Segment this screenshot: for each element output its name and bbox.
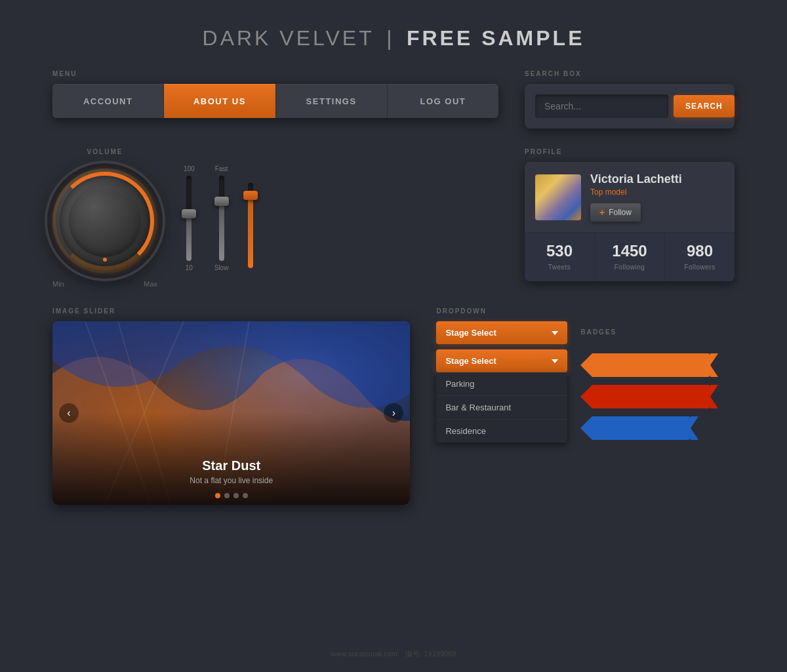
slider-3-track[interactable]: [248, 183, 253, 268]
dropdown-2-button[interactable]: Stage Select: [436, 349, 567, 372]
volume-labels: Min Max: [52, 280, 157, 288]
stat-followers-number: 980: [670, 242, 729, 260]
volume-knob[interactable]: [52, 168, 157, 273]
stat-followers: 980 Followers: [665, 233, 735, 281]
knob-dot: [103, 258, 107, 262]
menu-item-settings[interactable]: SETTINGS: [276, 84, 388, 118]
dropdown-item-bar[interactable]: Bar & Restaurant: [436, 396, 567, 420]
search-button[interactable]: SEARCH: [674, 95, 735, 117]
badge-orange-notch: [580, 353, 592, 377]
menu-item-about[interactable]: ABOUT US: [164, 84, 275, 118]
dropdown-2-arrow-icon: [552, 359, 558, 363]
slider-dot-3[interactable]: [233, 493, 239, 498]
menu-section: MENU ACCOUNT ABOUT US SETTINGS LOG OUT: [52, 70, 498, 118]
slider-2-bottom: Slow: [214, 264, 229, 271]
stat-tweets: 530 Tweets: [525, 233, 595, 281]
slider-2-wrapper: Fast Slow: [214, 165, 229, 271]
badge-red-tail-icon: [710, 385, 718, 408]
slider-dot-4[interactable]: [243, 493, 248, 498]
badge-blue-notch: [580, 416, 592, 440]
title-bold: FREE SAMPLE: [407, 26, 585, 50]
title-normal: DARK VELVET: [203, 26, 374, 50]
slider-1-track[interactable]: [186, 176, 192, 261]
dropdown-label: DROPDOWN: [436, 307, 567, 315]
slider-1-wrapper: 100 10: [184, 165, 195, 271]
menu-item-account[interactable]: ACCOUNT: [52, 84, 164, 118]
right-bottom: DROPDOWN Stage Select Stage Select: [436, 307, 735, 448]
volume-knob-container[interactable]: [52, 168, 157, 273]
volume-ring: [56, 172, 154, 270]
image-slider-label: IMAGE SLIDER: [52, 307, 410, 315]
title-separator: |: [386, 26, 394, 50]
slider-dot-1[interactable]: [215, 493, 220, 498]
slider-caption: Star Dust Not a flat you live inside: [52, 458, 410, 485]
dropdown-item-parking[interactable]: Parking: [436, 372, 567, 396]
slider-prev-button[interactable]: ‹: [59, 403, 79, 423]
profile-details: Victoria Lachetti Top model + Follow: [590, 172, 724, 222]
volume-section: VOLUME Min Max: [52, 148, 157, 288]
stat-tweets-number: 530: [530, 242, 589, 260]
slider-dot-2[interactable]: [224, 493, 230, 498]
dropdown-1-arrow-icon: [552, 331, 558, 335]
menu-item-logout[interactable]: LOG OUT: [388, 84, 498, 118]
badges-label: BADGES: [580, 328, 735, 336]
badges-section: BADGES: [580, 307, 735, 448]
follow-button[interactable]: + Follow: [590, 203, 641, 222]
badge-red-notch: [580, 385, 592, 408]
menu-label: MENU: [52, 70, 498, 77]
stat-followers-label: Followers: [684, 264, 715, 271]
profile-card: Victoria Lachetti Top model + Follow 530…: [525, 162, 735, 281]
dropdown-1-button[interactable]: Stage Select: [436, 321, 567, 344]
slider-subtitle: Not a flat you live inside: [52, 476, 410, 485]
search-input[interactable]: [535, 94, 668, 118]
follow-label: Follow: [609, 208, 632, 217]
dropdown-1-label: Stage Select: [445, 328, 496, 338]
slider-next-button[interactable]: ›: [384, 403, 403, 423]
stat-following-number: 1450: [600, 242, 659, 260]
slider-dots: [52, 493, 410, 498]
stat-tweets-label: Tweets: [548, 264, 571, 271]
profile-name: Victoria Lachetti: [590, 172, 724, 186]
dropdown-2-label: Stage Select: [445, 356, 496, 366]
badge-orange-body: [592, 353, 710, 377]
avatar: [535, 174, 581, 220]
search-section: SEARCH BOX SEARCH: [525, 70, 735, 128]
menu-bar: ACCOUNT ABOUT US SETTINGS LOG OUT: [52, 84, 498, 118]
profile-stats: 530 Tweets 1450 Following 980 Followers: [525, 232, 735, 281]
follow-plus-icon: +: [599, 207, 605, 218]
search-row: SEARCH: [535, 94, 724, 118]
dropdown-2-menu: Parking Bar & Restaurant Residence: [436, 372, 567, 443]
badge-orange: [580, 353, 735, 377]
row-middle: VOLUME Min Max 100: [52, 148, 735, 288]
profile-info: Victoria Lachetti Top model + Follow: [525, 162, 735, 232]
badge-blue-tail-icon: [691, 416, 698, 440]
row-top: MENU ACCOUNT ABOUT US SETTINGS LOG OUT S…: [52, 70, 735, 128]
slider-3-wrapper: [248, 180, 253, 271]
slider-2-top: Fast: [215, 165, 228, 172]
profile-role: Top model: [590, 188, 724, 197]
image-slider-section: IMAGE SLIDER: [52, 307, 410, 505]
sliders-section: 100 10 Fast Slow: [184, 165, 253, 271]
dropdown-1-wrapper: Stage Select: [436, 321, 567, 344]
slider-title: Star Dust: [52, 458, 410, 473]
badge-red-body: [592, 385, 710, 408]
image-slider: ‹ › Star Dust Not a flat you live inside: [52, 321, 410, 505]
badge-blue: [580, 416, 735, 440]
page-header: DARK VELVET | FREE SAMPLE: [0, 0, 787, 70]
badge-red: [580, 385, 735, 408]
stat-following: 1450 Following: [595, 233, 665, 281]
badge-orange-tail-icon: [710, 353, 718, 377]
watermark: www.sucaisucai.com 编号: 14199069: [331, 649, 456, 659]
search-label: SEARCH BOX: [525, 70, 735, 77]
badge-blue-body: [592, 416, 691, 440]
search-box: SEARCH: [525, 84, 735, 128]
dropdown-item-residence[interactable]: Residence: [436, 420, 567, 443]
stat-following-label: Following: [615, 264, 645, 271]
slider-2-track[interactable]: [219, 176, 224, 261]
main-layout: MENU ACCOUNT ABOUT US SETTINGS LOG OUT S…: [0, 70, 787, 505]
dropdown-2-wrapper: Stage Select Parking Bar & Restaurant Re…: [436, 349, 567, 443]
slider-1-bottom: 10: [186, 264, 193, 271]
dropdown-section: DROPDOWN Stage Select Stage Select: [436, 307, 567, 448]
profile-label: PROFILE: [525, 148, 735, 155]
profile-section: PROFILE Victoria Lachetti Top model + Fo…: [525, 148, 735, 281]
